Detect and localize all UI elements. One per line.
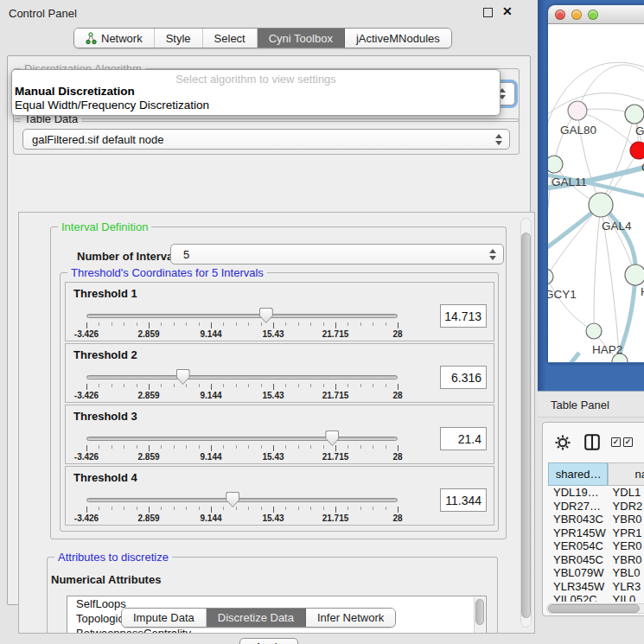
threshold-1-box: Threshold 1-3.4262.8599.14415.4321.71528… — [65, 282, 494, 341]
table-row[interactable]: YLR345WYLR3 — [543, 580, 644, 594]
table-row[interactable]: YDR27…YDR2 — [543, 500, 644, 513]
algorithm-option-equal-width-frequency-discretization[interactable]: Equal Width/Frequency Discretization — [12, 99, 500, 112]
tick-mark — [174, 322, 175, 326]
tab-label: Select — [214, 32, 245, 45]
apply-button[interactable]: Apply — [239, 638, 298, 644]
table-row[interactable]: YER054CYER0 — [543, 539, 644, 553]
column-header[interactable]: shared… — [548, 462, 608, 486]
threshold-slider[interactable]: -3.4262.8599.14415.4321.71528 — [86, 467, 398, 526]
tick-mark — [211, 445, 212, 451]
column-layout-icon[interactable] — [584, 434, 600, 450]
threshold-value-field[interactable]: 6.316 — [440, 366, 487, 389]
table-cell: YBR0 — [608, 513, 644, 526]
network-window-titlebar[interactable] — [548, 5, 644, 24]
table-row[interactable]: YDL19…YDL1 — [543, 486, 644, 500]
tick-mark — [398, 384, 399, 390]
attributes-scrollbar[interactable] — [474, 597, 485, 634]
network-edge — [548, 277, 594, 331]
table-hscrollbar-thumb[interactable] — [548, 604, 640, 613]
tab-label: Style — [166, 32, 191, 45]
tick-mark — [273, 445, 274, 451]
network-graph[interactable]: GAL80GACGAL11GAL4GCY1HHAP2 — [548, 24, 644, 362]
mac-minimize-button[interactable] — [571, 10, 582, 20]
mac-zoom-button[interactable] — [588, 10, 598, 20]
threshold-value-field[interactable]: 14.713 — [440, 304, 487, 328]
num-intervals-combobox[interactable]: 5 — [170, 244, 504, 265]
gear-icon[interactable] — [555, 435, 571, 450]
attributes-scrollbar-thumb[interactable] — [475, 599, 484, 625]
threshold-slider[interactable]: -3.4262.8599.14415.4321.71528 — [86, 344, 398, 404]
network-node-c[interactable] — [630, 142, 644, 159]
tick-mark — [211, 507, 212, 513]
close-icon[interactable]: ✕ — [502, 4, 513, 18]
tick-mark — [285, 384, 286, 387]
threshold-slider[interactable]: -3.4262.8599.14415.4321.71528 — [86, 405, 398, 465]
tick-label: -3.426 — [74, 329, 99, 339]
slider-thumb[interactable] — [226, 492, 239, 507]
algorithm-option-manual-discretization[interactable]: Manual Discretization — [12, 85, 500, 99]
slider-thumb[interactable] — [325, 430, 339, 446]
tick-mark — [335, 322, 336, 328]
network-node-hap2[interactable] — [586, 323, 602, 339]
table-row[interactable]: YBR043CYBR0 — [543, 513, 644, 526]
tick-mark — [124, 322, 124, 326]
panel-title: Control Panel — [9, 7, 77, 20]
algorithm-dropdown-popup: Select algorithm to view settings Manual… — [11, 69, 501, 116]
table-cell: YDR2 — [608, 500, 644, 513]
network-node-gal4[interactable] — [589, 193, 613, 217]
stepper-arrows-icon — [492, 134, 506, 145]
table-row[interactable]: YIL052CYIL0 — [543, 593, 644, 602]
tick-mark — [149, 445, 150, 451]
tick-mark — [373, 507, 373, 510]
mac-close-button[interactable] — [555, 10, 565, 20]
tab-select[interactable]: Select — [203, 29, 258, 48]
thresholds-group: Threshold's Coordinates for 5 Intervals … — [60, 272, 499, 532]
panel-scrollbar-thumb[interactable] — [521, 233, 531, 618]
tick-mark — [285, 322, 286, 326]
tab-style[interactable]: Style — [155, 29, 203, 48]
table-row[interactable]: YBL079WYBL0 — [543, 566, 644, 580]
threshold-slider[interactable]: -3.4262.8599.14415.4321.71528 — [86, 283, 398, 342]
tick-mark — [273, 384, 274, 390]
checkbox-icon[interactable]: ✓ — [611, 437, 621, 447]
slider-track[interactable] — [86, 375, 398, 379]
tick-mark — [199, 445, 200, 449]
tick-mark — [298, 384, 299, 387]
tab-discretize-data[interactable]: Discretize Data — [207, 609, 306, 627]
slider-track[interactable] — [86, 314, 398, 318]
network-node-h[interactable] — [625, 265, 644, 285]
table-row[interactable]: YPR145WYPR1 — [543, 526, 644, 540]
num-intervals-label: Number of Intervals — [77, 250, 182, 263]
tab-jactivemnodules[interactable]: jActiveMNodules — [345, 29, 451, 48]
tick-mark — [137, 384, 137, 387]
table-horizontal-scrollbar[interactable] — [546, 603, 644, 614]
slider-track[interactable] — [86, 498, 398, 502]
threshold-value-field[interactable]: 21.4 — [440, 427, 487, 450]
network-canvas[interactable]: GAL80GACGAL11GAL4GCY1HHAP2 — [548, 24, 644, 362]
checkbox-icon[interactable]: ✓ — [623, 437, 633, 447]
tab-infer-network[interactable]: Infer Network — [306, 609, 395, 627]
bottom-tab-bar: Impute DataDiscretize DataInfer Network — [121, 608, 396, 628]
network-node-gal80[interactable] — [568, 101, 587, 120]
network-node-gal11[interactable] — [548, 156, 563, 173]
tick-mark — [112, 384, 112, 387]
threshold-value-field[interactable]: 11.344 — [440, 488, 487, 512]
network-node-ga[interactable] — [625, 105, 644, 124]
table-cell: YLR345W — [548, 580, 608, 594]
tab-impute-data[interactable]: Impute Data — [122, 609, 207, 627]
table-row[interactable]: YBR045CYBR0 — [543, 553, 644, 567]
slider-thumb[interactable] — [176, 369, 190, 385]
tick-mark — [99, 445, 99, 449]
network-node-gcy1[interactable] — [548, 269, 553, 284]
column-header[interactable]: na — [608, 462, 644, 486]
tab-label: Infer Network — [317, 611, 384, 624]
tab-network[interactable]: Network — [74, 29, 155, 48]
float-window-icon[interactable] — [483, 8, 493, 17]
tick-label: 9.144 — [200, 329, 221, 339]
tab-cyni-toolbox[interactable]: Cyni Toolbox — [258, 29, 345, 48]
table-data-combobox[interactable]: galFiltered.sif default node — [22, 129, 510, 150]
slider-thumb[interactable] — [259, 308, 273, 323]
panel-scrollbar[interactable] — [520, 218, 532, 628]
table-header-row: shared…na — [543, 462, 644, 486]
slider-track[interactable] — [86, 437, 398, 441]
